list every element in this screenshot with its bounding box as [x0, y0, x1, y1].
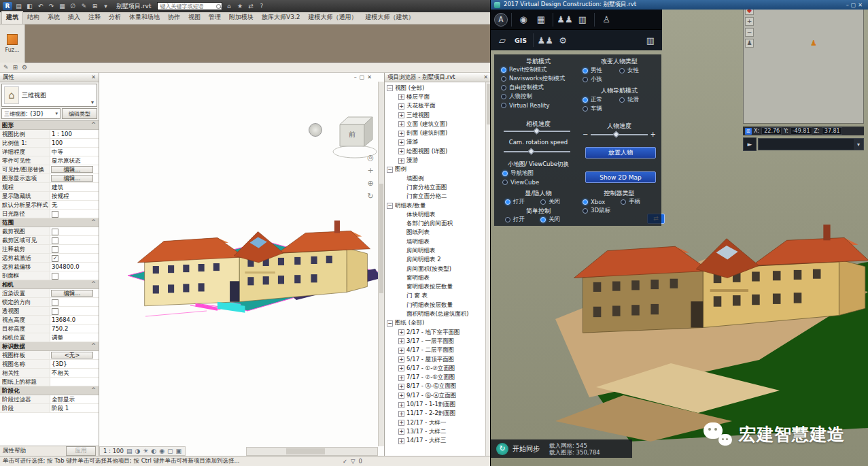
ribbon-tab[interactable]: 附加模块	[225, 12, 258, 24]
view-window-buttons[interactable]: –▢✕	[354, 74, 375, 80]
instance-combo[interactable]: 三维视图: {3D} ▾	[1, 108, 60, 119]
tree-item[interactable]: 绘图视图 (详图)	[385, 147, 491, 156]
tree-item[interactable]: 楼层平面	[385, 93, 491, 101]
tree-item[interactable]: 天花板平面	[385, 102, 491, 111]
ribbon-tab[interactable]: 建模大师（通用）	[304, 12, 361, 24]
folder-icon[interactable]: ▱	[494, 33, 510, 48]
document-icon[interactable]: ▥	[574, 12, 591, 27]
camera-speed-slider[interactable]	[504, 128, 570, 135]
property-value[interactable]: 显示原状态	[50, 156, 99, 165]
place-character-button[interactable]: 放置人物	[585, 147, 656, 159]
property-value[interactable]: {3D}	[50, 360, 99, 368]
gis-button[interactable]: GIS	[512, 37, 530, 44]
viewpoint-combo[interactable]: ▾	[758, 138, 864, 150]
minus-icon[interactable]: −	[583, 131, 588, 138]
columns-icon[interactable]: ▥	[642, 33, 659, 48]
radio-option[interactable]: 打开	[505, 197, 540, 206]
star-icon[interactable]: ★	[235, 3, 244, 10]
minimize-icon[interactable]: –	[354, 74, 360, 80]
radio-option[interactable]: 关闭	[540, 215, 576, 224]
slider-thumb[interactable]	[528, 148, 535, 155]
tree-expander[interactable]	[398, 158, 404, 164]
radio-option[interactable]: 手柄	[621, 197, 659, 206]
ribbon-tab[interactable]: 建模大师（建筑）	[361, 12, 418, 24]
tree-expander[interactable]	[398, 420, 404, 426]
zoom-in-button[interactable]: +	[745, 17, 754, 26]
edit-icon[interactable]: ✎	[80, 3, 88, 10]
property-value[interactable]: 阶段 1	[50, 404, 99, 412]
ribbon-tab[interactable]: 分析	[105, 12, 125, 24]
radio-option[interactable]: 男性	[583, 66, 619, 75]
restore-icon[interactable]: ▢	[360, 74, 368, 80]
property-value[interactable]	[50, 245, 99, 253]
tree-item[interactable]: 面积明细表(总建筑面积)	[385, 310, 491, 318]
tree-item[interactable]: 11/17 - 2-2剖面图	[385, 410, 491, 418]
tree-item[interactable]: 门窗立面分格二	[385, 193, 491, 201]
tree-expander[interactable]	[398, 348, 404, 354]
tools-icon[interactable]: ⚙	[555, 33, 571, 48]
sync-start-label[interactable]: 开始同步	[513, 444, 540, 454]
tree-item[interactable]: 房间面积(按类型)	[385, 265, 491, 273]
tree-item[interactable]: 门窗分格立面图	[385, 183, 491, 192]
detail-level-icon[interactable]: ▤	[126, 448, 133, 454]
radio-option[interactable]: 自由控制模式	[501, 83, 578, 92]
property-value[interactable]: 100	[50, 139, 99, 147]
property-value[interactable]	[50, 298, 99, 306]
undo-icon[interactable]: ↶	[36, 3, 45, 10]
people-icon[interactable]: ♟♟	[557, 12, 573, 27]
slider-thumb[interactable]	[612, 131, 619, 137]
viewpoint-icon[interactable]: ►	[743, 137, 757, 151]
tree-item[interactable]: 窗明细表按层数量	[385, 283, 491, 292]
ribbon-tab[interactable]: 系统	[44, 12, 64, 24]
tree-item[interactable]: 图纸列表	[385, 229, 491, 237]
steering-wheel-icon[interactable]	[309, 123, 322, 137]
property-value[interactable]: 1 : 100	[50, 130, 99, 138]
tree-item[interactable]: 房间明细表 2	[385, 256, 491, 265]
ribbon-tab[interactable]: 体量和场地	[125, 12, 164, 24]
tree-item[interactable]: 漫游	[385, 138, 491, 147]
tree-item[interactable]: 图纸 (全部)	[385, 319, 491, 328]
avatars-icon[interactable]: ♟♟	[537, 33, 553, 48]
revit-3d-viewport[interactable]: –▢✕	[99, 73, 385, 456]
coords-icon[interactable]: ⊞	[745, 128, 752, 135]
camera-rotation-slider[interactable]	[504, 148, 570, 155]
tree-expander[interactable]	[398, 411, 404, 417]
tree-expander[interactable]	[398, 356, 404, 363]
visual-style-icon[interactable]: ◑	[135, 448, 140, 454]
camera-icon[interactable]: ◉	[515, 12, 532, 27]
tree-item[interactable]: 墙明细表	[385, 237, 491, 246]
ribbon-tab[interactable]: 插入	[64, 12, 84, 24]
property-value[interactable]: 编辑...	[51, 175, 93, 182]
tree-item[interactable]: 房间明细表	[385, 246, 491, 255]
sync-icon[interactable]: ↻	[496, 443, 508, 455]
tree-item[interactable]: 各部门的房间面积	[385, 219, 491, 228]
orbit-icon[interactable]: ↻	[367, 192, 373, 201]
tree-item[interactable]: 10/17 - 1-1剖面图	[385, 400, 491, 409]
tree-item[interactable]: 7/17 - ⑦-①立面图	[385, 373, 491, 382]
tree-item[interactable]: 明细表/数量	[385, 201, 491, 210]
property-value[interactable]: 304800.0	[50, 263, 99, 271]
horizontal-scrollbar[interactable]	[246, 447, 378, 456]
ribbon-tab[interactable]: 结构	[23, 12, 44, 24]
close-icon[interactable]: ✕	[367, 74, 375, 80]
radio-option[interactable]: 小孩	[583, 75, 619, 84]
apply-button[interactable]: 应用	[66, 446, 96, 456]
tree-item[interactable]: 剖面 (建筑剖面)	[385, 129, 491, 137]
property-value[interactable]	[50, 227, 99, 235]
villa-model[interactable]	[572, 205, 868, 354]
zoom-out-button[interactable]: −	[745, 28, 754, 37]
grid-tool-icon[interactable]: ⊞	[13, 64, 18, 71]
property-value[interactable]	[50, 236, 99, 244]
tree-expander[interactable]	[398, 393, 404, 399]
tree-expander[interactable]	[387, 320, 393, 327]
properties-help-link[interactable]: 属性帮助	[3, 447, 26, 455]
search-input[interactable]	[160, 3, 214, 10]
chevron-down-icon[interactable]: ▾	[91, 99, 94, 106]
walk-mode-icon[interactable]: ♙	[598, 12, 614, 27]
search-icon[interactable]	[216, 4, 221, 9]
crop-visibility-icon[interactable]: ▣	[176, 448, 182, 454]
tree-item[interactable]: 漫游	[385, 156, 491, 165]
tree-item[interactable]: 13/17 - 大样二	[385, 427, 491, 436]
ribbon-tab[interactable]: 建筑	[1, 11, 23, 24]
villa-model[interactable]	[136, 205, 370, 322]
